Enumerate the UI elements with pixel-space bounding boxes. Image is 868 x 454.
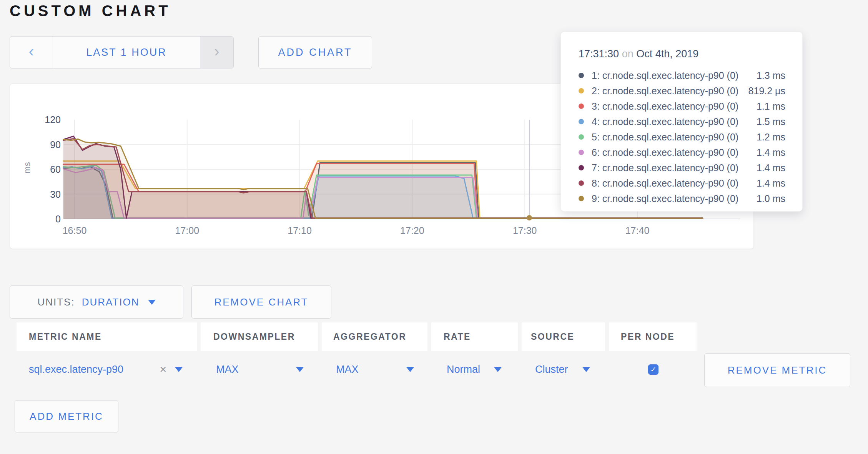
chevron-left-icon: ‹ (29, 43, 34, 59)
chevron-right-icon: › (214, 43, 219, 59)
series-value: 1.2 ms (757, 132, 785, 143)
caret-down-icon (494, 367, 502, 372)
series-value: 819.2 µs (748, 85, 785, 97)
tooltip-series-row: 1: cr.node.sql.exec.latency-p90 (0)1.3 m… (579, 68, 785, 83)
units-label: UNITS: (37, 296, 75, 308)
column-header-aggregator: AGGREGATOR (322, 322, 427, 351)
caret-down-icon (175, 367, 183, 372)
tooltip-date: Oct 4th, 2019 (636, 48, 698, 60)
downsampler-value: MAX (216, 364, 239, 376)
source-dropdown[interactable]: Cluster (535, 352, 590, 387)
time-range-label[interactable]: LAST 1 HOUR (53, 37, 200, 68)
tooltip-series-row: 4: cr.node.sql.exec.latency-p90 (0)1.5 m… (579, 114, 785, 129)
units-value: DURATION (82, 296, 140, 308)
series-color-dot-icon (579, 134, 584, 140)
rate-dropdown[interactable]: Normal (447, 352, 502, 387)
series-label: 7: cr.node.sql.exec.latency-p90 (0) (592, 162, 757, 174)
source-value: Cluster (535, 364, 568, 376)
aggregator-value: MAX (336, 364, 359, 376)
series-color-dot-icon (579, 150, 584, 155)
add-chart-button[interactable]: ADD CHART (258, 36, 372, 68)
svg-text:30: 30 (50, 189, 61, 200)
svg-text:60: 60 (50, 164, 61, 175)
svg-text:17:10: 17:10 (288, 225, 312, 236)
check-icon: ✓ (650, 365, 657, 374)
svg-text:120: 120 (45, 114, 61, 125)
series-label: 6: cr.node.sql.exec.latency-p90 (0) (592, 147, 757, 158)
tooltip-series-row: 8: cr.node.sql.exec.latency-p90 (0)1.4 m… (579, 175, 785, 191)
time-prev-button[interactable]: ‹ (10, 37, 53, 68)
column-header-source: SOURCE (522, 322, 605, 351)
chart-tooltip: 17:31:30 on Oct 4th, 2019 1: cr.node.sql… (560, 32, 803, 212)
y-axis-unit-label: ms (22, 162, 32, 173)
column-header-per-node: PER NODE (609, 322, 697, 351)
series-color-dot-icon (579, 196, 584, 201)
svg-text:17:40: 17:40 (625, 225, 650, 236)
remove-metric-button[interactable]: REMOVE METRIC (704, 353, 850, 387)
time-next-button[interactable]: › (200, 37, 233, 68)
tooltip-series-row: 5: cr.node.sql.exec.latency-p90 (0)1.2 m… (579, 129, 785, 145)
series-label: 4: cr.node.sql.exec.latency-p90 (0) (592, 116, 757, 127)
column-header-downsampler: DOWNSAMPLER (201, 322, 318, 351)
aggregator-dropdown[interactable]: MAX (336, 352, 414, 387)
caret-down-icon (296, 367, 304, 372)
tooltip-series-row: 6: cr.node.sql.exec.latency-p90 (0)1.4 m… (579, 145, 785, 160)
series-value: 1.3 ms (757, 70, 785, 81)
series-color-dot-icon (579, 165, 584, 170)
tooltip-header: 17:31:30 on Oct 4th, 2019 (579, 48, 785, 60)
column-header-metric-name: METRIC NAME (17, 322, 197, 351)
tooltip-series-list: 1: cr.node.sql.exec.latency-p90 (0)1.3 m… (579, 68, 785, 206)
metric-name-value: sql.exec.latency-p90 (29, 364, 123, 376)
tooltip-series-row: 7: cr.node.sql.exec.latency-p90 (0)1.4 m… (579, 160, 785, 175)
caret-down-icon (582, 367, 590, 372)
clear-metric-icon[interactable]: × (160, 363, 166, 376)
series-color-dot-icon (579, 88, 584, 93)
tooltip-series-row: 9: cr.node.sql.exec.latency-p90 (0)1.0 m… (579, 191, 785, 206)
series-value: 1.4 ms (757, 147, 785, 158)
svg-text:17:20: 17:20 (400, 225, 424, 236)
series-label: 1: cr.node.sql.exec.latency-p90 (0) (592, 70, 757, 81)
series-value: 1.1 ms (757, 101, 785, 112)
series-value: 1.0 ms (757, 193, 785, 204)
custom-chart-page: CUSTOM CHART ‹ LAST 1 HOUR › ADD CHART 1… (0, 0, 868, 454)
svg-text:17:30: 17:30 (513, 225, 537, 236)
series-color-dot-icon (579, 180, 584, 186)
svg-text:17:00: 17:00 (175, 225, 200, 236)
series-label: 2: cr.node.sql.exec.latency-p90 (0) (592, 85, 748, 97)
rate-value: Normal (447, 364, 480, 376)
caret-down-icon (148, 300, 156, 305)
svg-text:0: 0 (55, 214, 61, 224)
series-color-dot-icon (579, 103, 584, 109)
tooltip-time: 17:31:30 (579, 48, 619, 60)
series-value: 1.5 ms (757, 116, 785, 127)
series-label: 8: cr.node.sql.exec.latency-p90 (0) (592, 178, 757, 189)
series-value: 1.4 ms (757, 162, 785, 174)
downsampler-dropdown[interactable]: MAX (216, 352, 304, 387)
tooltip-series-row: 2: cr.node.sql.exec.latency-p90 (0)819.2… (579, 83, 785, 98)
series-color-dot-icon (579, 73, 584, 78)
column-header-rate: RATE (431, 322, 518, 351)
series-color-dot-icon (579, 119, 584, 124)
series-label: 9: cr.node.sql.exec.latency-p90 (0) (592, 193, 757, 204)
tooltip-series-row: 3: cr.node.sql.exec.latency-p90 (0)1.1 m… (579, 98, 785, 114)
per-node-checkbox[interactable]: ✓ (648, 364, 658, 375)
svg-text:16:50: 16:50 (63, 225, 87, 236)
remove-chart-button[interactable]: REMOVE CHART (191, 285, 331, 319)
svg-text:90: 90 (50, 139, 61, 150)
series-label: 5: cr.node.sql.exec.latency-p90 (0) (592, 132, 757, 143)
series-label: 3: cr.node.sql.exec.latency-p90 (0) (592, 101, 757, 112)
metric-name-dropdown[interactable]: sql.exec.latency-p90 × (29, 352, 183, 387)
page-title: CUSTOM CHART (10, 2, 171, 20)
series-value: 1.4 ms (757, 178, 785, 189)
caret-down-icon (406, 367, 414, 372)
tooltip-on: on (622, 48, 634, 60)
units-dropdown[interactable]: UNITS: DURATION (10, 285, 183, 319)
add-metric-button[interactable]: ADD METRIC (15, 400, 118, 432)
time-range-selector: ‹ LAST 1 HOUR › (10, 36, 234, 68)
